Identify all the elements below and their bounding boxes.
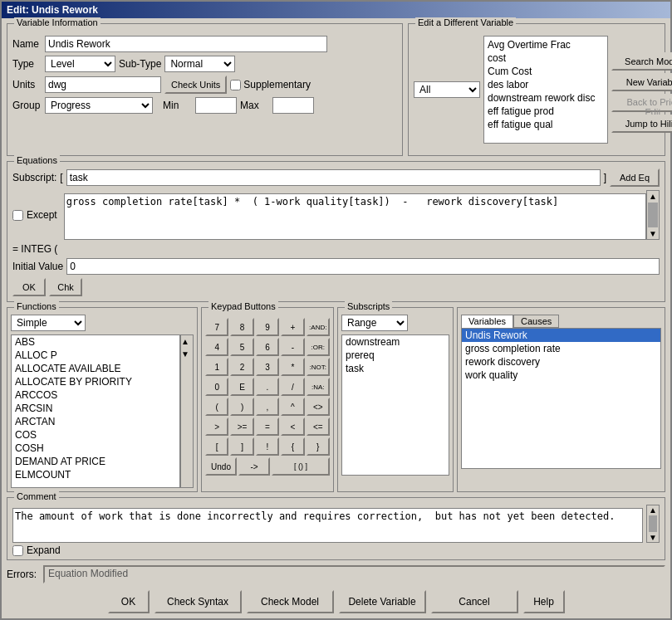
supplementary-checkbox[interactable] — [230, 80, 241, 90]
key-7[interactable]: 7 — [205, 318, 228, 336]
list-item[interactable]: COSH — [12, 442, 179, 455]
list-item[interactable]: task — [342, 362, 449, 375]
key-lt[interactable]: < — [281, 417, 304, 436]
key-8[interactable]: 8 — [230, 318, 253, 336]
functions-list[interactable]: ABS ALLOC P ALLOCATE AVAILABLE ALLOCATE … — [11, 334, 180, 488]
list-item[interactable]: ARCTAN — [12, 415, 179, 428]
list-item[interactable]: ALLOCATE BY PRIORITY — [12, 375, 179, 388]
key-caret[interactable]: ^ — [281, 398, 304, 416]
subtype-select[interactable]: Normal Shadow — [164, 56, 235, 72]
key-gte[interactable]: >= — [230, 417, 253, 436]
key-open-bracket[interactable]: [ — [205, 437, 228, 456]
key-comma[interactable]: , — [256, 398, 279, 416]
list-item[interactable]: work quality — [462, 369, 660, 382]
subscript-input[interactable] — [66, 169, 601, 186]
add-eq-button[interactable]: Add Eq — [610, 168, 660, 187]
undo-button[interactable]: Undo — [205, 457, 237, 476]
key-3[interactable]: 3 — [256, 358, 279, 376]
list-item[interactable]: eff fatigue prod — [486, 105, 606, 118]
equation-textarea[interactable]: gross completion rate[task] * ( 1-work q… — [64, 193, 646, 240]
key-lte[interactable]: <= — [307, 417, 330, 436]
scroll-down-arrow[interactable]: ▼ — [648, 228, 658, 239]
comment-textarea[interactable]: The amount of work that is done incorrec… — [12, 508, 643, 543]
cancel-button[interactable]: Cancel — [431, 590, 518, 613]
list-item[interactable]: Cum Cost — [486, 65, 606, 78]
list-item[interactable]: downstream rework disc — [486, 91, 606, 105]
jump-to-hilite-button[interactable]: Jump to Hilite — [611, 115, 672, 133]
list-item[interactable]: rework discovery — [462, 355, 660, 369]
search-model-button[interactable]: Search Model — [611, 52, 672, 71]
key-close-brace[interactable]: } — [307, 437, 330, 456]
list-item[interactable]: downstream — [342, 335, 449, 349]
eq-chk-button[interactable]: Chk — [49, 278, 82, 296]
comment-scroll-down[interactable]: ▼ — [649, 533, 657, 542]
tab-variables[interactable]: Variables — [461, 315, 513, 328]
key-0[interactable]: 0 — [205, 378, 228, 396]
list-item[interactable]: DEMAND AT PRICE — [12, 455, 179, 468]
functions-scrollbar[interactable]: ▲ ▼ — [180, 334, 194, 488]
key-na[interactable]: :NA: — [307, 378, 330, 396]
tab-causes[interactable]: Causes — [513, 315, 559, 328]
key-or[interactable]: :OR: — [307, 338, 330, 356]
paren-button[interactable]: [ () ] — [272, 457, 330, 476]
max-input[interactable] — [272, 97, 314, 114]
subscripts-range-select[interactable]: Range All — [341, 315, 408, 331]
key-9[interactable]: 9 — [256, 318, 279, 336]
list-item[interactable]: ARCSIN — [12, 402, 179, 415]
functions-filter[interactable]: Simple All Math Delay — [11, 315, 86, 331]
key-2[interactable]: 2 — [230, 358, 253, 376]
units-input[interactable] — [45, 76, 161, 93]
key-open-brace[interactable]: { — [281, 437, 304, 456]
eq-ok-button[interactable]: OK — [12, 278, 46, 296]
ok-button[interactable]: OK — [108, 590, 150, 613]
list-item[interactable]: cost — [486, 51, 606, 65]
eq-scrollbar[interactable]: ▲ ▼ — [646, 190, 660, 240]
expand-checkbox[interactable] — [12, 545, 23, 556]
key-divide[interactable]: / — [281, 378, 304, 396]
key-and[interactable]: :AND: — [307, 318, 330, 336]
check-model-button[interactable]: Check Model — [247, 590, 334, 613]
key-not[interactable]: :NOT: — [307, 358, 330, 376]
list-item[interactable]: ABS — [12, 335, 179, 349]
delete-variable-button[interactable]: Delete Variable — [339, 590, 426, 613]
key-close-paren[interactable]: ) — [230, 398, 253, 416]
list-item[interactable]: prereq — [342, 349, 449, 362]
subscripts-list[interactable]: downstream prereq task — [341, 334, 449, 476]
key-exclaim[interactable]: ! — [256, 437, 279, 456]
check-syntax-button[interactable]: Check Syntax — [155, 590, 242, 613]
list-item[interactable]: ARCCOS — [12, 388, 179, 402]
group-select[interactable]: Progress Quality Default — [45, 97, 153, 114]
check-units-button[interactable]: Check Units — [164, 76, 227, 94]
initial-value-input[interactable] — [66, 258, 660, 275]
edit-diff-variable-list[interactable]: Avg Overtime Frac cost Cum Cost des labo… — [483, 36, 608, 144]
list-item[interactable]: gross completion rate — [462, 342, 660, 355]
key-4[interactable]: 4 — [205, 338, 228, 356]
help-button[interactable]: Help — [523, 590, 565, 613]
key-6[interactable]: 6 — [256, 338, 279, 356]
comment-scroll-up[interactable]: ▲ — [649, 505, 657, 515]
type-select[interactable]: Level Rate Aux Constant — [45, 56, 115, 72]
new-variable-button[interactable]: New Variable — [611, 73, 672, 91]
list-item[interactable]: ELMCOUNT — [12, 468, 179, 481]
list-item[interactable]: COS — [12, 428, 179, 442]
back-to-prior-button[interactable]: Back to Prior Edit — [611, 94, 672, 112]
key-close-bracket[interactable]: ] — [230, 437, 253, 456]
key-5[interactable]: 5 — [230, 338, 253, 356]
key-dot[interactable]: . — [256, 378, 279, 396]
key-multiply[interactable]: * — [281, 358, 304, 376]
fn-scroll-up[interactable]: ▲ — [181, 337, 189, 346]
list-item[interactable]: des labor — [486, 78, 606, 91]
key-ne[interactable]: <> — [307, 398, 330, 416]
variables-list[interactable]: Undis Rework gross completion rate rewor… — [461, 328, 661, 469]
list-item[interactable]: Undis Rework — [462, 329, 660, 342]
edit-diff-filter[interactable]: All Level Rate Aux Constant — [414, 81, 480, 98]
comment-scrollbar[interactable]: ▲ ▼ — [646, 505, 660, 543]
key-e[interactable]: E — [230, 378, 253, 396]
arrow-button[interactable]: -> — [238, 457, 270, 476]
key-1[interactable]: 1 — [205, 358, 228, 376]
key-eq[interactable]: = — [256, 417, 279, 436]
name-input[interactable] — [45, 36, 327, 52]
fn-scroll-down[interactable]: ▼ — [181, 349, 189, 359]
list-item[interactable]: Avg Overtime Frac — [486, 38, 606, 51]
key-minus[interactable]: - — [281, 338, 304, 356]
